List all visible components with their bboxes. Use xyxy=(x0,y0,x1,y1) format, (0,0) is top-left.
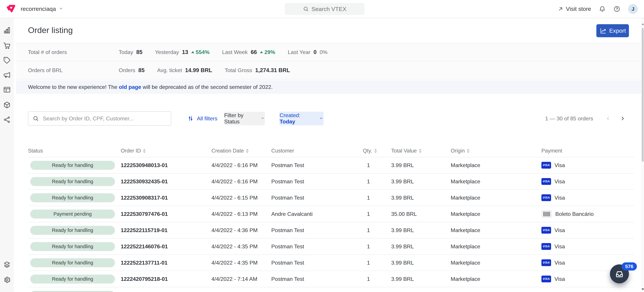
order-id-cell: 1222522146076-01 xyxy=(118,243,209,250)
column-header-customer: Customer xyxy=(269,148,363,154)
sort-icon xyxy=(419,149,422,153)
payment-label: Visa xyxy=(554,162,565,168)
metric-today: Today 85 xyxy=(119,49,142,55)
sidebar-item-settings[interactable] xyxy=(0,275,14,285)
created-filter-dropdown[interactable]: Created: Today xyxy=(280,112,324,125)
stats-row-label: Orders of BRL xyxy=(16,67,119,73)
order-id-cell: 1222522115719-01 xyxy=(118,227,209,233)
column-header-payment: Payment xyxy=(533,148,634,154)
sidebar-item-integrations[interactable] xyxy=(0,115,14,125)
order-search-input[interactable] xyxy=(42,112,168,125)
scrollbar-thumb[interactable] xyxy=(642,28,644,162)
notifications-button[interactable] xyxy=(599,5,606,12)
next-page-button[interactable] xyxy=(619,114,626,123)
global-search-bar[interactable]: Search VTEX xyxy=(285,3,364,15)
table-row[interactable]: Ready for handling 1222530948013-01 4/4/… xyxy=(28,157,634,173)
origin-cell: Marketplace xyxy=(442,195,533,201)
status-badge: Ready for handling xyxy=(30,275,115,284)
order-search-field[interactable] xyxy=(28,111,171,126)
visit-store-label: Visit store xyxy=(566,5,591,12)
layout-icon xyxy=(3,86,11,94)
status-cell: Ready for handling xyxy=(28,258,118,267)
origin-cell: Marketplace xyxy=(442,260,533,266)
chevron-down-icon xyxy=(319,116,323,122)
column-header-order-id[interactable]: Order ID xyxy=(118,148,209,154)
search-icon xyxy=(303,6,309,12)
creation-date-cell: 4/4/2022 - 7:14 AM xyxy=(209,276,269,282)
old-page-link[interactable]: old page xyxy=(119,84,141,90)
column-header-creation-date[interactable]: Creation Date xyxy=(209,148,269,154)
customer-cell: Postman Test xyxy=(269,195,363,201)
metric-value: 14.99 BRL xyxy=(185,67,212,73)
help-button[interactable] xyxy=(614,5,620,12)
visit-store-link[interactable]: Visit store xyxy=(558,5,591,12)
sidebar-item-marketing[interactable] xyxy=(0,70,14,80)
sort-icon xyxy=(143,149,146,153)
cart-icon xyxy=(3,42,11,49)
metric-avg-ticket: Avg. ticket 14.99 BRL xyxy=(157,67,212,73)
search-icon xyxy=(33,116,39,122)
account-switcher[interactable]: recorrenciaqa xyxy=(21,5,64,12)
notification-count-badge: 576 xyxy=(622,262,637,271)
chevron-down-icon xyxy=(260,116,265,122)
table-row[interactable]: Ready for handling 1222522146076-01 4/4/… xyxy=(28,239,634,255)
chevron-left-icon xyxy=(605,116,611,121)
scrollbar-up-button[interactable] xyxy=(642,23,644,25)
customer-cell: Postman Test xyxy=(269,276,363,282)
payment-label: Visa xyxy=(554,276,565,282)
table-row[interactable]: Payment pending 1222530797476-01 4/4/202… xyxy=(28,206,634,222)
status-badge-label: Ready for handling xyxy=(52,228,93,233)
visa-badge: VISA xyxy=(542,227,551,234)
filter-by-status-dropdown[interactable]: Filter by Status xyxy=(224,112,265,125)
visa-badge: VISA xyxy=(542,162,551,169)
metric-last-year: Last Year 0 0% xyxy=(288,49,328,55)
sort-icon xyxy=(467,149,470,153)
sidebar-item-analytics[interactable] xyxy=(0,25,14,35)
metric-value: 13 xyxy=(182,49,188,55)
metric-total-gross: Total Gross 1,274.31 BRL xyxy=(225,67,290,73)
sidebar-item-catalog[interactable] xyxy=(0,100,14,110)
creation-date-cell: 4/4/2022 - 6:15 PM xyxy=(209,195,269,201)
stats-row-total-orders: Total # of orders Today 85 Yesterday 13 … xyxy=(16,43,644,61)
payment-cell: Boleto Bancário xyxy=(533,210,634,218)
customer-cell: Postman Test xyxy=(269,243,363,250)
metric-yesterday: Yesterday 13 554% xyxy=(155,49,210,55)
banner-text-before: Welcome to the new experience! The xyxy=(28,84,119,90)
qty-cell: 1 xyxy=(363,178,382,185)
sidebar-item-storefront[interactable] xyxy=(0,85,14,95)
qty-cell: 1 xyxy=(363,195,382,201)
all-filters-button[interactable]: All filters xyxy=(187,111,218,126)
user-avatar[interactable]: J xyxy=(628,4,638,14)
payment-cell: VISA Visa xyxy=(533,243,634,250)
table-row[interactable]: Ready for handling xyxy=(28,287,634,292)
column-header-qty[interactable]: Qty. xyxy=(363,148,382,154)
pagination: 1 — 30 of 85 orders xyxy=(545,111,626,126)
column-header-total-value[interactable]: Total Value xyxy=(382,148,442,154)
status-badge: Ready for handling xyxy=(30,226,115,235)
order-id-cell: 1222530908317-01 xyxy=(118,195,209,201)
sliders-icon xyxy=(187,115,194,122)
table-row[interactable]: Ready for handling 1222530932435-01 4/4/… xyxy=(28,173,634,190)
metric-label: Avg. ticket xyxy=(157,67,182,73)
table-row[interactable]: Ready for handling 1222522137711-01 4/4/… xyxy=(28,255,634,271)
scrollbar-down-button[interactable] xyxy=(642,289,644,290)
metric-label: Last Week xyxy=(222,49,248,55)
export-button[interactable]: Export xyxy=(596,24,629,37)
table-row[interactable]: Ready for handling 1222530908317-01 4/4/… xyxy=(28,190,634,206)
creation-date-cell: 4/4/2022 - 4:35 PM xyxy=(209,243,269,250)
column-header-origin[interactable]: Origin xyxy=(442,148,533,154)
sidebar-item-apps[interactable] xyxy=(0,260,14,270)
previous-page-button[interactable] xyxy=(604,114,612,123)
scrollbar[interactable] xyxy=(641,18,644,292)
status-cell: Ready for handling xyxy=(28,291,118,292)
sort-icon xyxy=(374,149,377,153)
metric-label: Today xyxy=(119,49,133,55)
visa-badge: VISA xyxy=(542,194,551,201)
table-row[interactable]: Ready for handling 1222420795218-01 4/4/… xyxy=(28,271,634,287)
customer-cell: Postman Test xyxy=(269,162,363,168)
sidebar-item-promotions[interactable] xyxy=(0,55,14,65)
sidebar-item-orders[interactable] xyxy=(0,40,14,51)
origin-cell: Marketplace xyxy=(442,178,533,185)
table-row[interactable]: Ready for handling 1222522115719-01 4/4/… xyxy=(28,222,634,239)
total-value-cell: 3.99 BRL xyxy=(382,260,442,266)
